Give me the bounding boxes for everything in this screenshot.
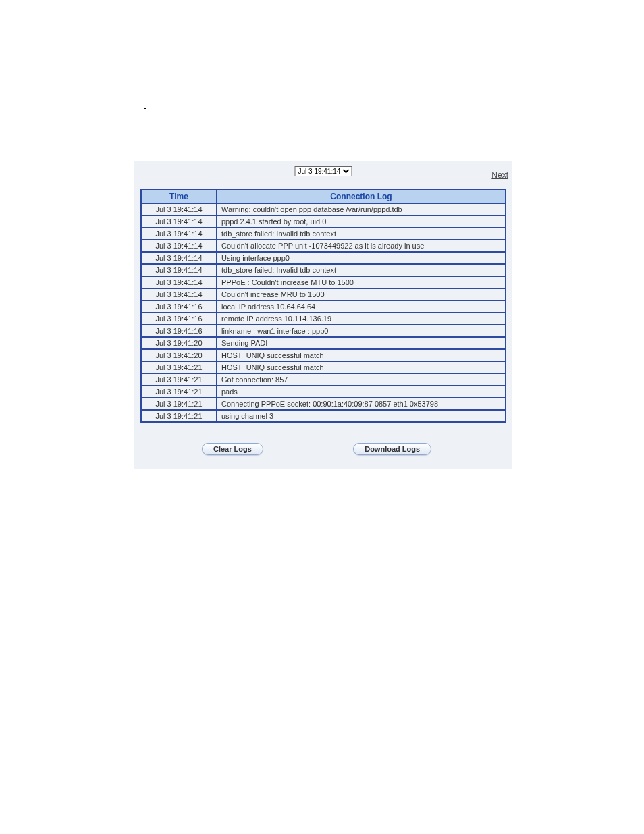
table-row: Jul 3 19:41:14PPPoE : Couldn't increase …: [141, 276, 506, 288]
table-row: Jul 3 19:41:14tdb_store failed: Invalid …: [141, 264, 506, 276]
log-message-cell: Warning: couldn't open ppp database /var…: [217, 203, 506, 215]
log-time-cell: Jul 3 19:41:21: [141, 361, 217, 373]
log-time-cell: Jul 3 19:41:14: [141, 203, 217, 215]
table-row: Jul 3 19:41:14Couldn't increase MRU to 1…: [141, 288, 506, 301]
decorative-dot: [144, 108, 146, 109]
log-message-cell: Couldn't increase MRU to 1500: [217, 288, 506, 301]
timestamp-select[interactable]: Jul 3 19:41:14: [295, 166, 352, 176]
table-row: Jul 3 19:41:14Couldn't allocate PPP unit…: [141, 240, 506, 252]
clear-logs-button[interactable]: Clear Logs: [202, 443, 263, 455]
log-time-cell: Jul 3 19:41:21: [141, 398, 217, 410]
table-row: Jul 3 19:41:20HOST_UNIQ successful match: [141, 349, 506, 361]
log-time-cell: Jul 3 19:41:14: [141, 288, 217, 301]
log-message-cell: pppd 2.4.1 started by root, uid 0: [217, 215, 506, 228]
table-row: Jul 3 19:41:21HOST_UNIQ successful match: [141, 361, 506, 373]
table-row: Jul 3 19:41:14Using interface ppp0: [141, 252, 506, 264]
log-message-cell: local IP address 10.64.64.64: [217, 301, 506, 313]
table-row: Jul 3 19:41:16local IP address 10.64.64.…: [141, 301, 506, 313]
table-row: Jul 3 19:41:21Got connection: 857: [141, 373, 506, 386]
log-message-cell: Using interface ppp0: [217, 252, 506, 264]
table-row: Jul 3 19:41:21using channel 3: [141, 410, 506, 422]
table-row: Jul 3 19:41:14tdb_store failed: Invalid …: [141, 228, 506, 240]
log-time-cell: Jul 3 19:41:16: [141, 325, 217, 337]
log-time-cell: Jul 3 19:41:21: [141, 386, 217, 398]
log-message-cell: PPPoE : Couldn't increase MTU to 1500: [217, 276, 506, 288]
log-time-cell: Jul 3 19:41:14: [141, 252, 217, 264]
log-message-cell: tdb_store failed: Invalid tdb context: [217, 264, 506, 276]
table-row: Jul 3 19:41:16linkname : wan1 interface …: [141, 325, 506, 337]
table-row: Jul 3 19:41:21pads: [141, 386, 506, 398]
column-header-time: Time: [141, 190, 217, 203]
log-message-cell: Got connection: 857: [217, 373, 506, 386]
log-time-cell: Jul 3 19:41:21: [141, 373, 217, 386]
table-row: Jul 3 19:41:14pppd 2.4.1 started by root…: [141, 215, 506, 228]
log-message-cell: pads: [217, 386, 506, 398]
log-time-cell: Jul 3 19:41:14: [141, 228, 217, 240]
log-message-cell: tdb_store failed: Invalid tdb context: [217, 228, 506, 240]
log-time-cell: Jul 3 19:41:14: [141, 215, 217, 228]
log-time-cell: Jul 3 19:41:14: [141, 264, 217, 276]
log-message-cell: Sending PADI: [217, 337, 506, 349]
connection-log-table: Time Connection Log Jul 3 19:41:14Warnin…: [140, 189, 506, 423]
log-message-cell: using channel 3: [217, 410, 506, 422]
table-row: Jul 3 19:41:21Connecting PPPoE socket: 0…: [141, 398, 506, 410]
log-time-cell: Jul 3 19:41:14: [141, 276, 217, 288]
next-link[interactable]: Next: [491, 170, 508, 180]
log-message-cell: remote IP address 10.114.136.19: [217, 313, 506, 325]
log-message-cell: Couldn't allocate PPP unit -1073449922 a…: [217, 240, 506, 252]
download-logs-button[interactable]: Download Logs: [353, 443, 431, 455]
table-row: Jul 3 19:41:14Warning: couldn't open ppp…: [141, 203, 506, 215]
log-time-cell: Jul 3 19:41:21: [141, 410, 217, 422]
log-time-cell: Jul 3 19:41:16: [141, 313, 217, 325]
connection-log-panel: Jul 3 19:41:14 Next Time Connection Log …: [134, 161, 512, 469]
button-row: Clear Logs Download Logs: [134, 443, 512, 455]
column-header-log: Connection Log: [217, 190, 506, 203]
top-bar: Jul 3 19:41:14 Next: [134, 161, 512, 184]
log-message-cell: Connecting PPPoE socket: 00:90:1a:40:09:…: [217, 398, 506, 410]
log-time-cell: Jul 3 19:41:20: [141, 337, 217, 349]
log-message-cell: linkname : wan1 interface : ppp0: [217, 325, 506, 337]
log-message-cell: HOST_UNIQ successful match: [217, 349, 506, 361]
log-time-cell: Jul 3 19:41:14: [141, 240, 217, 252]
log-message-cell: HOST_UNIQ successful match: [217, 361, 506, 373]
log-time-cell: Jul 3 19:41:16: [141, 301, 217, 313]
table-row: Jul 3 19:41:16remote IP address 10.114.1…: [141, 313, 506, 325]
table-row: Jul 3 19:41:20Sending PADI: [141, 337, 506, 349]
log-time-cell: Jul 3 19:41:20: [141, 349, 217, 361]
